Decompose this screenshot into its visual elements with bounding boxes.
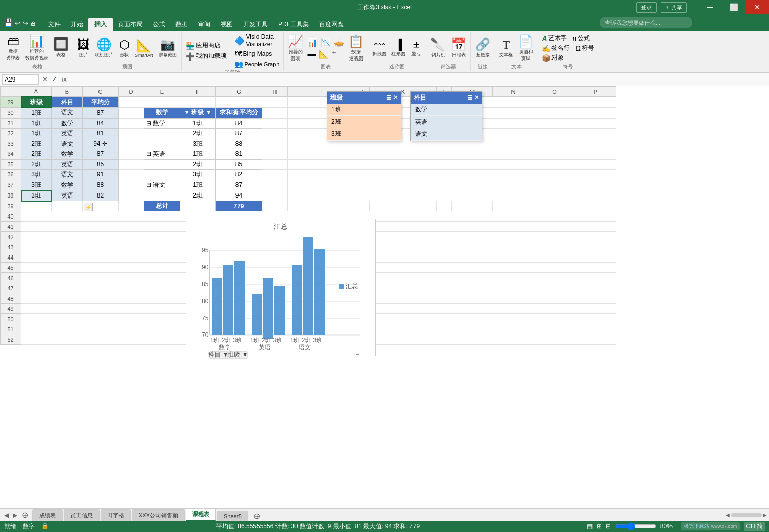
cell-c37[interactable]: 88 [83,180,119,190]
slicer-km-item-english[interactable]: 英语 [411,116,482,128]
picture-btn[interactable]: 🖼 图片 [75,36,92,60]
cell-b32[interactable]: 英语 [52,128,83,139]
cell-b38[interactable]: 英语 [52,190,83,201]
undo-quick-btn[interactable]: ↩ [15,19,21,27]
slicer-bj-clear-icon[interactable]: ✕ [393,94,398,101]
slicer-btn[interactable]: 🔪 切片机 [428,36,448,60]
cell-g30[interactable]: 求和项:平均分 [216,108,262,119]
slicer-bj-item-2ban[interactable]: 2班 [327,116,401,128]
cell-g36[interactable]: 82 [216,169,262,180]
cell-f34[interactable]: 1班 [180,149,216,159]
redo-quick-btn[interactable]: ↪ [23,19,28,27]
cell-c35[interactable]: 85 [83,159,119,169]
minimize-btn[interactable]: ─ [698,0,722,14]
tab-sales[interactable]: XXX公司销售额 [132,509,185,521]
cell-b33[interactable]: 语文 [52,139,83,149]
cell-b36[interactable]: 语文 [52,169,83,180]
scrollbar-right[interactable]: ▶ [763,512,767,518]
col-header-e[interactable]: E [144,87,180,97]
cell-c33[interactable]: 94 ✛ [83,139,119,149]
cell-b34[interactable]: 数学 [52,149,83,159]
cell-g33[interactable]: 88 [216,139,262,149]
cell-b30[interactable]: 语文 [52,108,83,119]
cell-a30[interactable]: 1班 [21,108,52,119]
col-header-a[interactable]: A [21,87,52,97]
cell-a32[interactable]: 1班 [21,128,52,139]
cell-a37[interactable]: 3班 [21,180,52,190]
next-sheet-btn[interactable]: ▶ [11,511,19,519]
tab-page-layout[interactable]: 页面布局 [113,18,148,31]
cell-f32[interactable]: 2班 [180,128,216,139]
col-header-d[interactable]: D [119,87,144,97]
view-page-icon[interactable]: ⊞ [597,523,602,530]
sparkline-line-btn[interactable]: 〰 折线图 [370,38,388,58]
print-quick-btn[interactable]: 🖨 [30,19,37,27]
tab-employees[interactable]: 员工信息 [64,509,100,521]
col-header-o[interactable]: O [534,87,575,97]
sparkline-col-btn[interactable]: ▐ 柱形图 [389,38,407,58]
col-header-p[interactable]: P [575,87,616,97]
col-header-g[interactable]: G [216,87,262,97]
pivot-table-btn[interactable]: 🗃 数据透视表 [4,33,22,63]
quick-analysis-btn[interactable]: ⚡ [84,203,93,211]
zoom-slider[interactable] [615,524,656,529]
cell-g32[interactable]: 87 [216,128,262,139]
cell-a36[interactable]: 3班 [21,169,52,180]
cell-a33[interactable]: 2班 [21,139,52,149]
online-picture-btn[interactable]: 🌐 联机图片 [93,36,115,60]
cell-f29[interactable] [180,97,216,108]
formula-btn[interactable]: π公式 [570,33,592,43]
timeline-btn[interactable]: 📅 日程表 [449,36,468,60]
cell-c29[interactable]: 平均分 [83,97,119,108]
scrollbar-track[interactable] [731,513,762,517]
close-btn[interactable]: ✕ [745,0,769,14]
slicer-km-filter-icon[interactable]: ☰ [467,94,472,101]
scatter-chart-btn[interactable]: ⁺ [331,49,337,60]
slicer-bj-item-3ban[interactable]: 3班 [327,128,401,141]
tab-file[interactable]: 文件 [43,18,66,31]
tab-tianzige[interactable]: 田字格 [101,509,131,521]
share-btn[interactable]: ♀ 共享 [661,2,687,13]
search-input[interactable] [600,17,692,28]
bar-chart-btn[interactable]: ▬ [306,49,317,60]
textbox-btn[interactable]: T 文本框 [497,37,515,60]
cell-a35[interactable]: 2班 [21,159,52,169]
cell-f37[interactable]: 1班 [180,180,216,190]
tab-courses[interactable]: 课程表 [186,508,216,521]
app-store-btn[interactable]: 🏪应用商店 [184,41,229,50]
save-quick-btn[interactable]: 💾 [4,18,13,27]
slicer-bj-item-1ban[interactable]: 1班 [327,104,401,116]
col-header-f[interactable]: F [180,87,216,97]
cell-b35[interactable]: 英语 [52,159,83,169]
cell-c31[interactable]: 84 [83,118,119,128]
recommended-chart-btn[interactable]: 📈 推荐的图表 [286,33,305,63]
header-footer-btn[interactable]: 📄 页眉和页脚 [516,33,536,63]
pie-chart-btn[interactable]: 🥧 [333,37,345,48]
cell-f31[interactable]: 1班 [180,118,216,128]
cell-c30[interactable]: 87 [83,108,119,119]
sheet-grid[interactable]: A B C D E F G H I J K L M N O [0,86,769,508]
tab-dev[interactable]: 开发工具 [238,18,273,31]
cell-e30[interactable]: 数学 [144,108,180,119]
tab-home[interactable]: 开始 [66,18,88,31]
tab-insert[interactable]: 插入 [88,18,113,31]
cell-e34-subj[interactable]: ⊟ 英语 [144,149,180,159]
column-chart-btn[interactable]: 📊 [306,37,319,48]
people-graph-btn[interactable]: 👥People Graph [232,60,282,69]
my-addins-btn[interactable]: ➕我的加载项 [184,51,229,61]
shapes-btn[interactable]: ⬡ 形状 [116,36,132,60]
cell-g34[interactable]: 81 [216,149,262,159]
cell-f30[interactable]: ▼ 班级 ▼ [180,108,216,119]
cell-e37-subj[interactable]: ⊟ 语文 [144,180,180,190]
login-btn[interactable]: 登录 [636,2,657,13]
cell-e39-total[interactable]: 总计 [144,201,180,211]
col-header-c[interactable]: C [83,87,119,97]
object-btn[interactable]: 📦对象 [540,53,565,63]
cell-c36[interactable]: 91 [83,169,119,180]
cell-g35[interactable]: 85 [216,159,262,169]
col-header-b[interactable]: B [52,87,83,97]
cell-c38[interactable]: 82 [83,190,119,201]
col-header-h[interactable]: H [262,87,288,97]
area-chart-btn[interactable]: 📐 [318,49,330,60]
cell-a38[interactable]: 3班 [21,190,52,201]
